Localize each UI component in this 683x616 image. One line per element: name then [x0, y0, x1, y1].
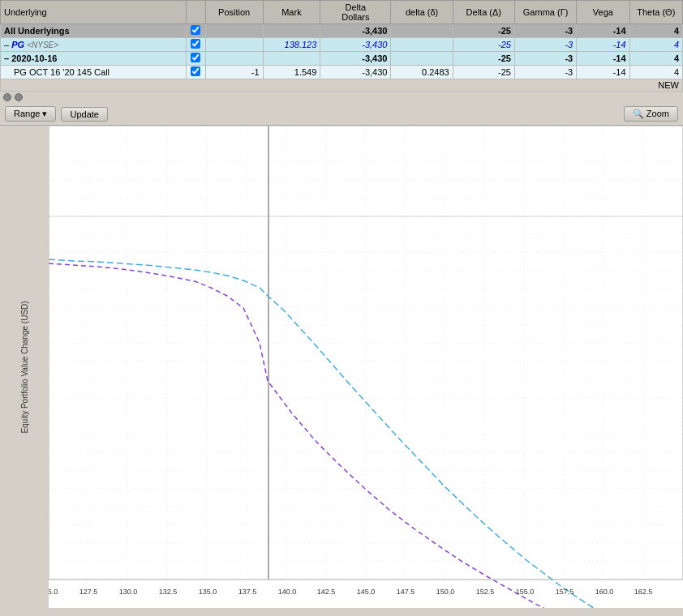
- date-mark: [263, 52, 320, 66]
- col-gamma: Gamma (Γ): [514, 1, 576, 24]
- date-checkbox-cell[interactable]: [186, 52, 205, 66]
- all-underlyings-label: All Underlyings: [1, 24, 187, 38]
- option-theta: 4: [629, 66, 682, 79]
- update-button[interactable]: Update: [61, 107, 107, 122]
- chart-container: 500 400 300 200 100 0 -100 -200 -300 -40…: [49, 126, 683, 608]
- all-underlyings-vega: -14: [577, 24, 629, 38]
- all-underlyings-mark: [263, 24, 320, 38]
- pg-ticker: PG: [11, 40, 24, 49]
- all-underlyings-checkbox-cell[interactable]: [186, 24, 205, 38]
- date-position: [205, 52, 263, 66]
- col-underlying: Underlying: [1, 1, 187, 24]
- pg-delta-big: -25: [453, 38, 514, 52]
- svg-text:125.0: 125.0: [49, 588, 58, 596]
- svg-text:160.0: 160.0: [595, 588, 614, 596]
- date-label: – 2020-10-16: [1, 52, 187, 66]
- update-label: Update: [70, 109, 98, 119]
- col-theta: Theta (Θ): [629, 1, 682, 24]
- svg-text:155.0: 155.0: [516, 588, 535, 596]
- all-underlyings-delta-dollars: -3,430: [320, 24, 391, 38]
- option-vega: -14: [577, 66, 629, 79]
- circle-btn-2[interactable]: [15, 93, 23, 101]
- zoom-label: 🔍 Zoom: [633, 109, 669, 118]
- pg-mark: 138.123: [263, 38, 320, 52]
- option-delta-dollars: -3,430: [320, 66, 391, 79]
- date-delta-dollars: -3,430: [320, 52, 391, 66]
- table-row-option: PG OCT 16 '20 145 Call -1 1.549 -3,430 0…: [1, 66, 683, 79]
- all-underlyings-position: [205, 24, 263, 38]
- chart-svg: 500 400 300 200 100 0 -100 -200 -300 -40…: [49, 126, 683, 608]
- range-button[interactable]: Range ▾: [5, 106, 56, 122]
- pg-checkbox[interactable]: [191, 39, 200, 49]
- all-underlyings-delta-big: -25: [453, 24, 514, 38]
- svg-text:145.0: 145.0: [357, 588, 376, 596]
- pg-label: – PG <NYSE>: [1, 38, 187, 52]
- x-axis-ticks: 125.0 127.5 130.0 132.5 135.0 137.5 140.…: [49, 588, 652, 596]
- svg-text:142.5: 142.5: [317, 588, 336, 596]
- pg-theta: 4: [629, 38, 682, 52]
- new-label[interactable]: NEW: [1, 79, 683, 92]
- pg-gamma: -3: [514, 38, 576, 52]
- date-delta-small: [391, 52, 453, 66]
- option-mark: 1.549: [263, 66, 320, 79]
- positions-table: Underlying Position Mark DeltaDollars de…: [0, 0, 683, 92]
- date-gamma: -3: [514, 52, 576, 66]
- chart-top-bar: [0, 92, 683, 103]
- col-delta-dollars: DeltaDollars: [320, 1, 391, 24]
- svg-text:130.0: 130.0: [119, 588, 138, 596]
- option-checkbox-cell[interactable]: [186, 66, 205, 79]
- svg-text:132.5: 132.5: [159, 588, 178, 596]
- option-delta-big: -25: [453, 66, 514, 79]
- svg-text:162.5: 162.5: [634, 588, 653, 596]
- date-checkbox[interactable]: [191, 53, 200, 62]
- option-checkbox[interactable]: [191, 66, 200, 76]
- table-row-new: NEW: [1, 79, 683, 92]
- table-row-pg: – PG <NYSE> 138.123 -3,430 -25 -3 -14 4: [1, 38, 683, 52]
- zoom-button[interactable]: 🔍 Zoom: [624, 106, 678, 122]
- svg-text:157.5: 157.5: [556, 588, 574, 596]
- col-delta-small: delta (δ): [391, 1, 453, 24]
- svg-text:147.5: 147.5: [397, 588, 415, 596]
- svg-text:137.5: 137.5: [238, 588, 257, 596]
- option-gamma: -3: [514, 66, 576, 79]
- pg-delta-dollars: -3,430: [320, 38, 391, 52]
- chart-controls: Range ▾ Update 🔍 Zoom: [0, 103, 683, 126]
- col-position: Position: [205, 1, 263, 24]
- svg-text:140.0: 140.0: [278, 588, 297, 596]
- option-label: PG OCT 16 '20 145 Call: [1, 66, 187, 79]
- circle-btn-1[interactable]: [3, 93, 11, 101]
- svg-text:152.5: 152.5: [476, 588, 495, 596]
- date-vega: -14: [577, 52, 629, 66]
- date-theta: 4: [629, 52, 682, 66]
- col-vega: Vega: [577, 1, 629, 24]
- option-delta-small: 0.2483: [391, 66, 453, 79]
- table-row-all-underlyings: All Underlyings -3,430 -25 -3 -14 4: [1, 24, 683, 38]
- y-label-container: Equity Portfolio Value Change (USD): [0, 126, 49, 608]
- all-underlyings-delta-small: [391, 24, 453, 38]
- col-delta-big: Delta (Δ): [453, 1, 514, 24]
- y-axis-label: Equity Portfolio Value Change (USD): [20, 301, 29, 433]
- svg-rect-4: [49, 126, 683, 580]
- pg-checkbox-cell[interactable]: [186, 38, 205, 52]
- svg-text:135.0: 135.0: [199, 588, 217, 596]
- table-row-date: – 2020-10-16 -3,430 -25 -3 -14 4: [1, 52, 683, 66]
- range-label: Range: [14, 109, 40, 118]
- all-underlyings-checkbox[interactable]: [191, 25, 200, 35]
- pg-exchange: <NYSE>: [27, 41, 58, 49]
- col-checkbox: [186, 1, 205, 24]
- pg-position: [205, 38, 263, 52]
- col-mark: Mark: [263, 1, 320, 24]
- chart-wrapper: Equity Portfolio Value Change (USD): [0, 126, 683, 608]
- table-section: Underlying Position Mark DeltaDollars de…: [0, 0, 683, 92]
- all-underlyings-theta: 4: [629, 24, 682, 38]
- pg-vega: -14: [577, 38, 629, 52]
- all-underlyings-gamma: -3: [514, 24, 576, 38]
- pg-delta-small: [391, 38, 453, 52]
- svg-text:150.0: 150.0: [436, 588, 455, 596]
- svg-text:127.5: 127.5: [79, 588, 98, 596]
- date-delta-big: -25: [453, 52, 514, 66]
- option-position: -1: [205, 66, 263, 79]
